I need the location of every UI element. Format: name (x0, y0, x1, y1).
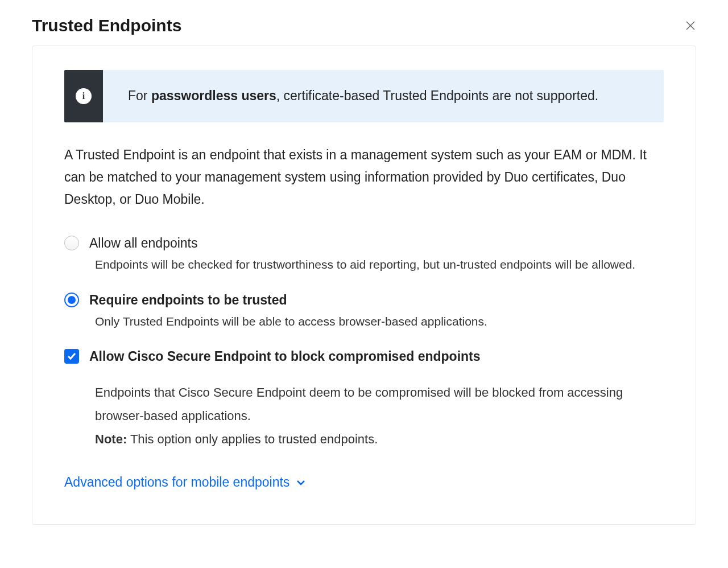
section-description: A Trusted Endpoint is an endpoint that e… (64, 144, 664, 211)
advanced-options-link[interactable]: Advanced options for mobile endpoints (64, 475, 307, 490)
close-button[interactable] (685, 20, 696, 31)
option-block-compromised-desc: Endpoints that Cisco Secure Endpoint dee… (95, 381, 664, 427)
option-block-compromised-label[interactable]: Allow Cisco Secure Endpoint to block com… (89, 348, 664, 365)
chevron-down-icon (295, 477, 307, 488)
info-suffix: , certificate-based Trusted Endpoints ar… (276, 88, 598, 103)
note-text: This option only applies to trusted endp… (127, 432, 378, 446)
advanced-options-label: Advanced options for mobile endpoints (64, 475, 289, 490)
option-require-trusted: Require endpoints to be trusted Only Tru… (64, 291, 664, 331)
option-require-trusted-desc: Only Trusted Endpoints will be able to a… (89, 312, 664, 331)
option-block-compromised: Allow Cisco Secure Endpoint to block com… (64, 348, 664, 451)
radio-allow-all[interactable] (64, 236, 79, 250)
note-label: Note: (95, 432, 127, 446)
settings-card: i For passwordless users, certificate-ba… (32, 46, 696, 525)
info-icon-column: i (64, 70, 103, 122)
info-banner-text: For passwordless users, certificate-base… (103, 70, 626, 122)
info-bold: passwordless users (151, 88, 276, 103)
option-require-trusted-label[interactable]: Require endpoints to be trusted (89, 291, 664, 309)
option-block-compromised-desc-block: Endpoints that Cisco Secure Endpoint dee… (64, 381, 664, 451)
page-title: Trusted Endpoints (32, 16, 181, 35)
info-banner: i For passwordless users, certificate-ba… (64, 70, 664, 122)
option-allow-all: Allow all endpoints Endpoints will be ch… (64, 234, 664, 274)
info-prefix: For (128, 88, 151, 103)
info-icon: i (76, 88, 92, 104)
close-icon (685, 20, 696, 31)
checkmark-icon (67, 351, 77, 361)
option-allow-all-desc: Endpoints will be checked for trustworth… (89, 256, 664, 274)
radio-require-trusted[interactable] (64, 293, 79, 307)
checkbox-block-compromised[interactable] (64, 349, 79, 364)
option-allow-all-label[interactable]: Allow all endpoints (89, 234, 664, 252)
